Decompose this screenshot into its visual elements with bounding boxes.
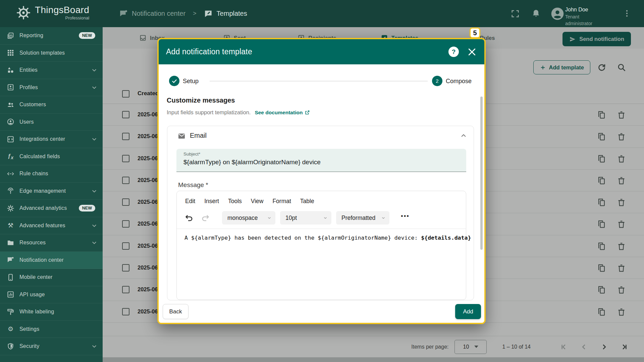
chevron-down-icon (91, 223, 97, 229)
add-button[interactable]: Add (455, 304, 481, 319)
sidebar-item-icon (7, 256, 14, 264)
sidebar-item-label: Profiles (19, 84, 91, 90)
sidebar-item[interactable]: API usage (0, 286, 103, 304)
editor-menu-item[interactable]: Edit (185, 198, 195, 205)
sidebar-item-icon (7, 118, 14, 126)
close-icon[interactable] (467, 47, 477, 57)
more-tools-button[interactable]: ••• (401, 213, 410, 220)
sidebar-item[interactable]: Edge management (0, 183, 103, 200)
sidebar-item[interactable]: Notification center (0, 252, 103, 269)
sidebar-item[interactable]: Reporting NEW (0, 27, 103, 45)
message-content-bold: ${details.data} (421, 235, 471, 241)
user-info[interactable]: John Doe Tenant administrator (565, 6, 607, 27)
sidebar-item-label: Rule chains (19, 171, 97, 177)
redo-icon[interactable] (201, 213, 210, 223)
sidebar-item-icon (7, 49, 14, 57)
annotation-badge: 5 (470, 27, 480, 38)
step1-check-circle[interactable] (169, 76, 179, 86)
sidebar-item[interactable]: ⚒ Advanced features (0, 217, 103, 235)
breadcrumb-page: Templates (217, 10, 247, 17)
sidebar-item[interactable]: Users (0, 114, 103, 131)
sidebar-item[interactable]: Resources (0, 234, 103, 252)
editor-menu-item[interactable]: Table (300, 198, 314, 205)
message-label: Message * (178, 181, 208, 189)
block-format-select[interactable]: Preformatted (336, 211, 389, 225)
sidebar-item-icon (7, 135, 14, 143)
thingsboard-app: ThingsBoard Professional Notification ce… (0, 0, 644, 362)
undo-icon[interactable] (184, 213, 194, 223)
logo-title: ThingsBoard (35, 5, 89, 15)
back-button[interactable]: Back (163, 304, 189, 319)
sidebar-item[interactable]: Advanced analytics NEW (0, 200, 103, 217)
check-icon (171, 78, 177, 84)
logo[interactable]: ThingsBoard Professional (16, 5, 89, 20)
chevron-down-icon (91, 84, 97, 90)
sidebar-item[interactable]: ⚙ Settings (0, 321, 103, 338)
breadcrumb-section[interactable]: Notification center (132, 10, 185, 17)
sidebar-item[interactable]: Mobile center (0, 269, 103, 286)
sidebar-item[interactable]: Customers (0, 96, 103, 114)
subject-field[interactable]: Subject* ${alarmType} on ${alarmOriginat… (176, 149, 466, 172)
chevron-down-icon (91, 67, 97, 73)
sidebar-item[interactable]: Entities (0, 62, 103, 79)
user-name: John Doe (565, 6, 607, 13)
logo-subtitle: Professional (65, 15, 90, 20)
sidebar-item-icon (7, 101, 14, 109)
sidebar-item-label: Calculated fields (19, 154, 97, 160)
dialog-body: Setup 2 Compose Customize messages Input… (159, 64, 484, 302)
toolbar-divider (177, 229, 466, 229)
message-editor: EditInsertToolsViewFormatTable monospace… (176, 191, 466, 300)
dialog-title: Add notification template (166, 47, 448, 56)
dialog-footer: Back Add (159, 302, 484, 323)
sidebar-item[interactable]: Integrations center (0, 131, 103, 148)
sidebar-item[interactable]: White labeling (0, 303, 103, 321)
font-size-select[interactable]: 10pt (280, 211, 331, 225)
editor-toolbar: monospace 10pt Preformatted ••• (177, 210, 466, 225)
sidebar-item[interactable]: Security (0, 338, 103, 355)
sidebar-item-icon: ⚙ (7, 325, 14, 333)
sidebar-item-label: API usage (19, 292, 97, 298)
sidebar-item[interactable]: Rule chains (0, 165, 103, 183)
select-caret-icon (381, 216, 385, 220)
kebab-menu-icon[interactable] (623, 9, 631, 18)
top-header: ThingsBoard Professional Notification ce… (0, 0, 644, 27)
editor-menu-item[interactable]: Insert (204, 198, 219, 205)
message-content[interactable]: A ${alarmType} has been detected on the … (184, 235, 461, 241)
sidebar-item-label: Users (19, 119, 97, 125)
chevron-down-icon (91, 136, 97, 142)
see-documentation-link[interactable]: See documentation (255, 110, 310, 116)
step2-circle[interactable]: 2 (432, 76, 442, 86)
sidebar-item[interactable]: ƒx Calculated fields (0, 148, 103, 166)
sidebar-item-label: White labeling (19, 309, 97, 315)
sidebar-item[interactable]: Solution templates (0, 45, 103, 62)
sidebar-item-label: Resources (19, 240, 91, 246)
external-link-icon (305, 110, 310, 115)
sidebar-item[interactable]: Profiles (0, 79, 103, 97)
sidebar-item-label: Integrations center (19, 136, 91, 142)
editor-menu-item[interactable]: View (251, 198, 264, 205)
notifications-bell-icon[interactable] (531, 9, 541, 18)
avatar[interactable] (551, 7, 564, 20)
thingsboard-logo-icon (16, 5, 31, 20)
help-icon[interactable]: ? (448, 47, 459, 57)
dialog-scrollbar[interactable] (480, 97, 483, 250)
editor-menubar: EditInsertToolsViewFormatTable (185, 195, 314, 207)
sidebar-item-icon (7, 204, 14, 212)
chevron-up-icon[interactable] (460, 132, 467, 139)
step1-label[interactable]: Setup (183, 78, 199, 85)
sidebar-item-icon (7, 83, 14, 91)
sidebar-item-label: Edge management (19, 188, 91, 194)
new-badge: NEW (79, 32, 95, 39)
font-family-select[interactable]: monospace (222, 211, 275, 225)
sidebar-item-icon: ⚒ (7, 222, 14, 229)
select-caret-icon (267, 216, 271, 220)
editor-menu-item[interactable]: Format (272, 198, 291, 205)
editor-menu-item[interactable]: Tools (228, 198, 242, 205)
sidebar-item-icon (7, 66, 14, 74)
notification-center-icon (119, 9, 128, 18)
sidebar-item-label: Notification center (19, 257, 97, 263)
customize-messages-heading: Customize messages (167, 97, 235, 104)
fullscreen-icon[interactable] (511, 9, 520, 18)
subject-field-label: Subject* (183, 152, 200, 157)
sidebar-item-label: Entities (19, 67, 91, 73)
